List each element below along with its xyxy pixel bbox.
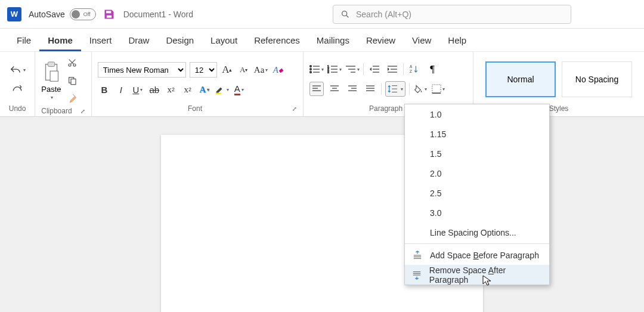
tab-layout[interactable]: Layout (202, 30, 246, 51)
bullets-icon (309, 65, 320, 73)
align-left-icon (312, 85, 321, 92)
copy-button[interactable] (65, 73, 79, 88)
numbering-button[interactable]: 123▾ (327, 62, 342, 76)
save-icon[interactable] (103, 8, 115, 20)
group-undo: ▾ Undo (0, 52, 35, 116)
word-app-icon: W (7, 7, 21, 21)
font-launcher[interactable]: ⤡ (292, 106, 297, 112)
font-size-combo[interactable]: 12 (190, 62, 217, 78)
spacing-1-5[interactable]: 1.5 (405, 144, 549, 163)
align-left-button[interactable] (309, 82, 324, 96)
tab-file[interactable]: File (8, 30, 39, 51)
italic-button[interactable]: I (114, 82, 128, 97)
sort-icon: AZ (410, 64, 419, 74)
svg-line-1 (346, 16, 348, 17)
multilevel-icon (345, 65, 356, 73)
sort-button[interactable]: AZ (407, 62, 422, 76)
clear-format-button[interactable]: A◆ (271, 63, 284, 77)
group-clipboard: Paste ▾ Clipboard⤡ (35, 52, 92, 116)
scissors-icon (67, 58, 77, 67)
svg-point-0 (342, 11, 347, 16)
tab-help[interactable]: Help (439, 30, 475, 51)
spacing-1-0[interactable]: 1.0 (405, 104, 549, 124)
show-marks-button[interactable]: ¶ (425, 62, 439, 76)
shrink-font-button[interactable]: A▾ (237, 63, 250, 77)
font-color-button[interactable]: A▾ (233, 82, 246, 97)
style-no-spacing[interactable]: No Spacing (562, 61, 632, 97)
tab-design[interactable]: Design (157, 30, 202, 51)
svg-text:Z: Z (410, 69, 412, 73)
group-label-clipboard: Clipboard (41, 107, 72, 115)
format-painter-button[interactable] (65, 91, 79, 106)
borders-button[interactable]: ▾ (431, 82, 445, 96)
tab-view[interactable]: View (404, 30, 439, 51)
cut-button[interactable] (65, 55, 79, 70)
svg-rect-3 (48, 62, 54, 67)
svg-text:3: 3 (327, 70, 329, 73)
shading-button[interactable]: ▾ (413, 82, 428, 96)
add-space-before-label: Add Space Before Paragraph (430, 251, 539, 260)
increase-indent-button[interactable] (385, 62, 400, 76)
space-after-icon (412, 270, 422, 280)
highlight-button[interactable]: ▾ (215, 82, 229, 97)
align-right-icon (348, 85, 357, 92)
style-normal[interactable]: Normal (485, 61, 556, 97)
brush-icon (67, 93, 78, 104)
redo-button[interactable] (10, 82, 25, 96)
align-center-button[interactable] (327, 82, 342, 96)
copy-icon (67, 76, 77, 85)
document-title: Document1 - Word (123, 10, 193, 19)
borders-icon (432, 84, 441, 94)
multilevel-button[interactable]: ▾ (345, 62, 360, 76)
tab-draw[interactable]: Draw (120, 30, 157, 51)
svg-point-10 (310, 66, 312, 67)
autosave-label: AutoSave (29, 10, 65, 19)
add-space-before[interactable]: Add Space Before Paragraph (405, 245, 549, 265)
superscript-button[interactable]: x2 (181, 82, 194, 97)
tab-home[interactable]: Home (39, 30, 81, 51)
underline-button[interactable]: U▾ (131, 82, 144, 97)
spacing-options[interactable]: Line Spacing Options... (405, 223, 549, 242)
justify-icon (366, 85, 375, 92)
change-case-button[interactable]: Aa▾ (254, 63, 268, 77)
font-name-combo[interactable]: Times New Roman (98, 62, 186, 78)
search-icon (340, 10, 350, 19)
tab-references[interactable]: References (246, 30, 308, 51)
search-placeholder: Search (Alt+Q) (356, 10, 411, 19)
paste-icon (42, 61, 61, 84)
spacing-3-0[interactable]: 3.0 (405, 203, 549, 223)
tab-review[interactable]: Review (358, 30, 404, 51)
svg-point-14 (310, 72, 312, 73)
paste-button[interactable]: Paste ▾ (41, 61, 61, 100)
spacing-2-0[interactable]: 2.0 (405, 163, 549, 183)
bullets-button[interactable]: ▾ (309, 62, 324, 76)
line-spacing-button[interactable]: ▾ (385, 81, 405, 97)
ribbon-tabs: File Home Insert Draw Design Layout Refe… (0, 29, 644, 51)
spacing-2-5[interactable]: 2.5 (405, 183, 549, 203)
search-box[interactable]: Search (Alt+Q) (333, 5, 571, 24)
outdent-icon (369, 65, 380, 73)
decrease-indent-button[interactable] (367, 62, 382, 76)
undo-button[interactable]: ▾ (7, 63, 27, 77)
svg-rect-9 (216, 92, 221, 94)
group-label-font: Font (188, 104, 202, 113)
group-font: Times New Roman 12 A▴ A▾ Aa▾ A◆ B I U▾ a… (92, 52, 304, 116)
title-bar: W AutoSave Off Document1 - Word Search (… (0, 0, 644, 29)
tab-insert[interactable]: Insert (81, 30, 120, 51)
group-label-paragraph: Paragraph (369, 104, 402, 113)
remove-space-after[interactable]: Remove Space After Paragraph (405, 265, 549, 285)
remove-space-after-label: Remove Space After Paragraph (429, 265, 540, 285)
bold-button[interactable]: B (98, 82, 111, 97)
align-right-button[interactable] (345, 82, 360, 96)
subscript-button[interactable]: x2 (165, 82, 178, 97)
spacing-1-15[interactable]: 1.15 (405, 124, 549, 144)
text-effects-button[interactable]: A▾ (198, 82, 211, 97)
autosave-toggle[interactable]: Off (70, 8, 96, 20)
clipboard-launcher[interactable]: ⤡ (80, 108, 85, 115)
tab-mailings[interactable]: Mailings (308, 30, 358, 51)
align-center-icon (330, 85, 339, 92)
strike-button[interactable]: ab (148, 82, 161, 97)
justify-button[interactable] (363, 82, 377, 96)
grow-font-button[interactable]: A▴ (221, 63, 234, 77)
menu-separator (405, 243, 549, 244)
